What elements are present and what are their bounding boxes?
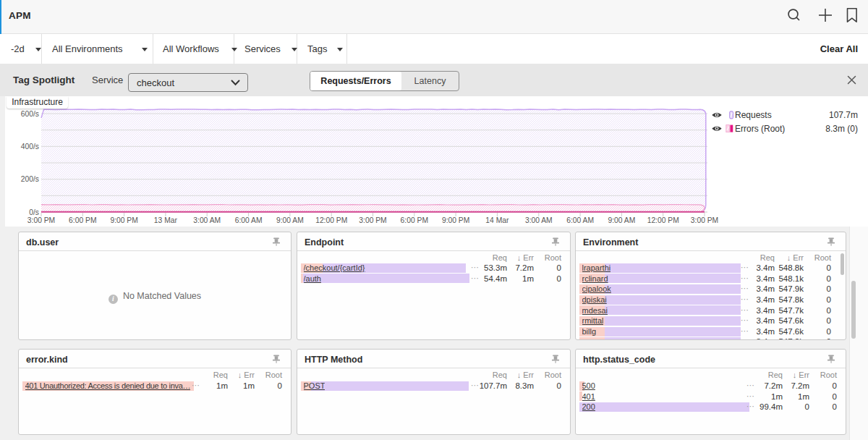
svg-text:0/s: 0/s	[29, 208, 39, 216]
svg-text:3:00 PM: 3:00 PM	[27, 216, 55, 224]
svg-text:Errors (Root): Errors (Root)	[735, 124, 785, 134]
svg-text:6:00 AM: 6:00 AM	[566, 216, 594, 224]
svg-text:3:00 AM: 3:00 AM	[525, 216, 553, 224]
svg-text:14 Mar: 14 Mar	[485, 216, 509, 224]
svg-text:200/s: 200/s	[21, 175, 39, 183]
svg-text:600/s: 600/s	[21, 110, 39, 118]
svg-text:107.7m: 107.7m	[829, 110, 858, 120]
svg-text:12:00 PM: 12:00 PM	[647, 216, 679, 224]
svg-text:12:00 PM: 12:00 PM	[315, 216, 347, 224]
svg-text:9:00 PM: 9:00 PM	[110, 216, 137, 224]
svg-text:9:00 AM: 9:00 AM	[276, 216, 304, 224]
svg-text:6:00 PM: 6:00 PM	[401, 216, 428, 224]
svg-text:9:00 AM: 9:00 AM	[608, 216, 636, 224]
svg-text:400/s: 400/s	[21, 143, 39, 151]
svg-text:9:00 PM: 9:00 PM	[442, 216, 469, 224]
svg-text:8.3m (0): 8.3m (0)	[825, 124, 858, 134]
svg-text:6:00 AM: 6:00 AM	[235, 216, 263, 224]
svg-text:Requests: Requests	[735, 110, 772, 120]
svg-text:3:00 PM: 3:00 PM	[359, 216, 386, 224]
svg-text:13 Mar: 13 Mar	[154, 216, 178, 224]
svg-text:3:00 AM: 3:00 AM	[193, 216, 221, 224]
svg-text:3:00 PM: 3:00 PM	[691, 216, 718, 224]
svg-text:6:00 PM: 6:00 PM	[69, 216, 96, 224]
